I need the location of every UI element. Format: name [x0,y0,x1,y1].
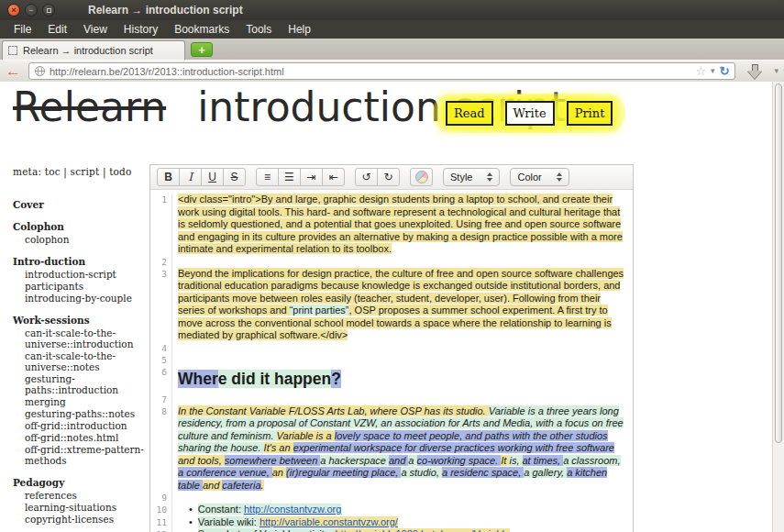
sidebar-item-merging[interactable]: merging [13,396,147,407]
hyperlink[interactable]: http://constantvzw.org [244,504,341,515]
print-button[interactable]: Print [567,101,613,126]
text-segment: a gallery, [524,467,567,478]
sidebar-item-off-grid-xtreme-pattern-methods[interactable]: off-grid::xtreme-pattern-methods [13,444,147,466]
editor-heading[interactable]: Where did it happen? [172,366,633,393]
sidebar-nav: meta: toc | script | todo CoverColophonc… [13,166,147,532]
editor-paragraph[interactable] [172,354,633,366]
page-scrollbar-thumb[interactable] [775,83,782,443]
page-scrollbar[interactable] [772,82,784,532]
menu-history[interactable]: History [116,23,166,36]
sidebar-item-colophon[interactable]: colophon [13,234,147,245]
globe-icon [35,66,45,76]
sidebar-section-title-pedagogy[interactable]: Pedagogy [13,477,147,488]
text-segment: Snapshots of Variable activity: [198,528,336,532]
editor-list-item[interactable]: •Variable wiki: http://variable.constant… [172,516,633,529]
menu-bookmarks[interactable]: Bookmarks [166,23,237,36]
style-select[interactable]: Style [443,168,500,186]
title-bar: × − Relearn → introduction script [0,0,784,20]
text-segment: sharing the house. [178,442,264,453]
sidebar-item-off-grid-notes-html[interactable]: off-grid::notes.html [13,432,147,443]
sidebar-section-title-cover[interactable]: Cover [13,199,147,210]
line-number: 10 [150,504,172,516]
text-editor[interactable]: BIUS≡☰⇥⇤↺↻StyleColor 1<div class="intro"… [149,164,634,532]
editor-lines[interactable]: 1<div class="intro">By and large, graphi… [150,190,633,532]
write-button[interactable]: Write [505,101,555,126]
new-tab-button[interactable]: + [191,42,213,57]
color-select[interactable]: Color [510,168,569,186]
editor-list-item[interactable]: •Snapshots of Variable activity: http://… [172,528,633,532]
menu-tools[interactable]: Tools [237,23,280,36]
sidebar-section-title-intro-duction[interactable]: Intro-duction [13,256,147,267]
url-text[interactable]: http://relearn.be/2013/r/2013::introduct… [50,66,690,77]
highlight-palette-button[interactable] [410,168,433,186]
menu-view[interactable]: View [75,23,116,36]
text-segment: lovely space to meet people, and paths w… [335,430,608,441]
url-dropdown-caret-icon[interactable]: ▾ [711,67,715,75]
bullet-icon: • [189,528,193,532]
window-close-button[interactable]: × [7,4,20,17]
window-minimize-button[interactable]: − [25,4,38,17]
bookmark-star-icon[interactable]: ☆ [695,65,706,77]
editor-paragraph[interactable] [172,492,633,504]
hyperlink[interactable]: http://variable.constantvzw.org/ [259,516,398,527]
text-segment: “print parties” [290,305,349,316]
sidebar-item-can-it-scale-to-the-universe-notes[interactable]: can-it-scale-to-the-universe::notes [13,350,147,372]
editor-paragraph[interactable] [172,342,633,354]
indent-button[interactable]: ⇥ [300,168,323,186]
bullet-icon: • [189,504,193,515]
bold-button[interactable]: B [157,168,180,186]
text-segment: a hackerspace [320,455,389,466]
text-segment: classroom, [571,455,620,466]
editor-paragraph[interactable] [172,256,633,268]
outdent-button[interactable]: ⇤ [322,168,345,186]
redo-button[interactable]: ↻ [377,168,400,186]
back-button[interactable]: ← [6,63,21,79]
sidebar-item-off-grid-introduction[interactable]: off-grid::introduction [13,420,147,431]
relearn-logo[interactable]: Relearn [13,83,166,130]
sidebar-item-gesturing-paths-notes[interactable]: gesturing-paths::notes [13,408,147,419]
editor-paragraph[interactable]: Beyond the implications for design pract… [172,268,633,342]
sidebar-item-introducing-by-couple[interactable]: introducing-by-couple [13,293,147,304]
editor-line-4: 4 [150,342,633,354]
text-segment: e did it happen [218,370,331,388]
sidebar-item-learning-situations[interactable]: learning-situations [13,502,147,513]
underline-button[interactable]: U [201,168,224,186]
download-button[interactable] [743,61,767,81]
tab-active[interactable]: Relearn → introduction script [2,40,185,60]
read-button[interactable]: Read [446,101,493,126]
window-maximize-button[interactable] [42,4,55,17]
editor-line-5: 5 [150,354,633,366]
sidebar-section-title-colophon[interactable]: Colophon [13,221,147,232]
undo-button[interactable]: ↺ [355,168,378,186]
sidebar-item-gesturing-paths-introduction[interactable]: gesturing-paths::introduction [13,373,147,395]
url-bar[interactable]: http://relearn.be/2013/r/2013::introduct… [28,62,735,80]
editor-paragraph[interactable]: <div class="intro">By and large, graphic… [172,194,633,256]
sidebar-section-title-work-sessions[interactable]: Work-sessions [13,315,147,326]
italic-button[interactable]: I [179,168,202,186]
line-number: 5 [150,354,172,366]
editor-list-item[interactable]: •Constant: http://constantvzw.org [172,504,633,516]
sidebar-meta-links[interactable]: meta: toc | script | todo [13,166,147,177]
editor-paragraph[interactable]: In the Constant Variable F/LOSS Arts Lab… [172,405,633,493]
menu-edit[interactable]: Edit [39,23,75,36]
unordered-list-button[interactable]: ☰ [278,168,301,186]
sidebar-item-participants[interactable]: participants [13,281,147,292]
sidebar-item-references[interactable]: references [13,490,147,501]
hyperlink[interactable]: http://variable1030.hotglue.me/Variable [335,528,510,532]
sidebar-item-introduction-script[interactable]: introduction-script [13,269,147,280]
menu-file[interactable]: File [6,23,39,36]
editor-paragraph[interactable] [172,393,633,405]
sidebar-item-can-it-scale-to-the-universe-introduction[interactable]: can-it-scale-to-the-universe::introducti… [13,327,147,349]
editor-line-8: 8In the Constant Variable F/LOSS Arts La… [150,405,633,493]
select-arrows-icon [487,172,492,182]
reload-button[interactable]: ↻ [720,65,730,77]
editor-line-10: 10•Constant: http://constantvzw.org [150,504,633,516]
ordered-list-button[interactable]: ≡ [256,168,279,186]
strikethrough-button[interactable]: S [223,168,246,186]
sidebar-sections: CoverColophoncolophonIntro-ductionintrod… [13,199,147,532]
sidebar-item-copyright-licenses[interactable]: copyright-licenses [13,514,147,525]
editor-toolbar: BIUS≡☰⇥⇤↺↻StyleColor [150,165,633,190]
menu-help[interactable]: Help [280,23,319,36]
line-number: 11 [150,516,172,529]
download-dropdown-caret-icon[interactable]: ▾ [774,67,778,75]
